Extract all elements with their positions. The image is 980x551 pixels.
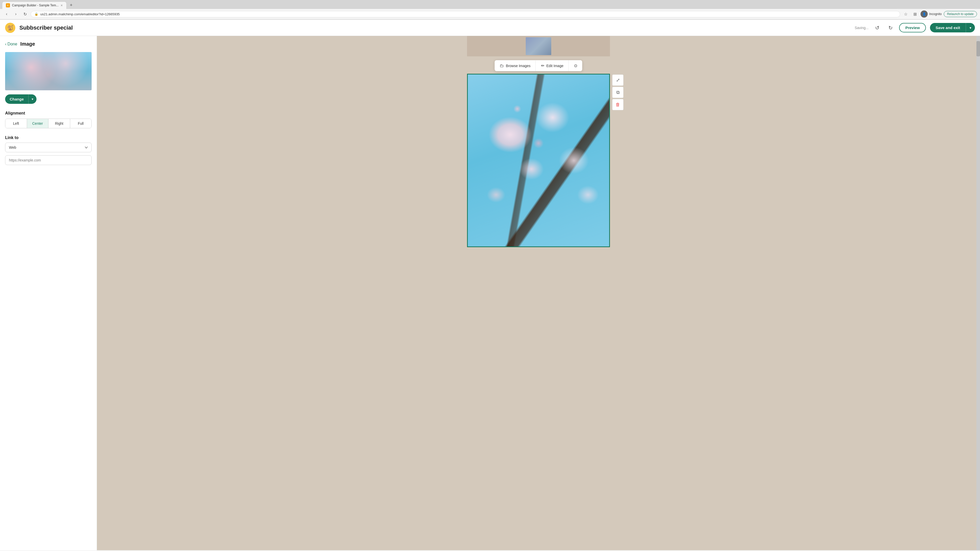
save-exit-dropdown-button[interactable]: ▾ xyxy=(966,23,975,32)
cherry-blossom-image xyxy=(468,75,609,246)
image-toolbar: 🗀 Browse Images ✏ Edit Image ⊙ xyxy=(495,60,582,71)
url-text: us21.admin.mailchimp.com/email/editor?id… xyxy=(40,12,120,16)
url-input[interactable] xyxy=(5,156,92,165)
change-button-group: Change ▾ xyxy=(5,94,92,104)
right-toolbar: ⤢ ⧉ 🗑 xyxy=(612,75,624,110)
change-button[interactable]: Change xyxy=(5,94,28,104)
align-center-button[interactable]: Center xyxy=(27,119,49,128)
image-preview-container xyxy=(5,52,92,90)
save-exit-group: Save and exit ▾ xyxy=(930,23,975,32)
browser-nav-right: ☆ ⊞ 👤 Incognito Relaunch to update xyxy=(902,11,977,17)
preview-button[interactable]: Preview xyxy=(899,23,926,32)
align-left-button[interactable]: Left xyxy=(5,119,27,128)
canvas-top-thumbnail xyxy=(526,37,551,55)
sidebar: ‹ Done Image Change ▾ Alignment Left Cen… xyxy=(0,36,97,550)
main-layout: ‹ Done Image Change ▾ Alignment Left Cen… xyxy=(0,36,980,550)
done-link[interactable]: ‹ Done xyxy=(5,42,18,46)
redo-button[interactable]: ↻ xyxy=(886,23,895,32)
browse-images-button[interactable]: 🗀 Browse Images xyxy=(495,60,536,71)
crop-icon: ⊙ xyxy=(574,63,577,68)
align-right-button[interactable]: Right xyxy=(48,119,70,128)
main-image-container[interactable]: ⤢ ⧉ 🗑 xyxy=(467,74,610,247)
saving-status: Saving... xyxy=(855,26,869,30)
canvas-scrollbar[interactable] xyxy=(977,36,980,550)
new-tab-button[interactable]: + xyxy=(68,2,75,9)
tab-title: Campaign Builder - Sample Tem... xyxy=(12,3,59,7)
link-to-label: Link to xyxy=(5,135,92,140)
save-exit-button[interactable]: Save and exit xyxy=(930,23,966,32)
scrollbar-thumb[interactable] xyxy=(977,41,980,56)
incognito-avatar: 👤 xyxy=(921,11,928,17)
bookmark-button[interactable]: ☆ xyxy=(902,11,909,17)
undo-button[interactable]: ↺ xyxy=(873,23,882,32)
forward-button[interactable]: › xyxy=(12,11,19,17)
link-type-select[interactable]: Web xyxy=(5,143,92,152)
canvas-area: 🗀 Browse Images ✏ Edit Image ⊙ ⤢ ⧉ � xyxy=(97,36,980,550)
sidebar-title: Image xyxy=(21,41,35,47)
mailchimp-logo: 🐒 xyxy=(5,23,15,33)
edit-image-label: Edit Image xyxy=(546,64,563,68)
extensions-button[interactable]: ⊞ xyxy=(912,11,918,17)
app-header: 🐒 Subbscriber special Saving... ↺ ↻ Prev… xyxy=(0,20,980,36)
done-label: Done xyxy=(7,42,17,46)
page-title: Subbscriber special xyxy=(19,24,73,31)
duplicate-button[interactable]: ⧉ xyxy=(612,87,624,98)
delete-button[interactable]: 🗑 xyxy=(612,99,624,110)
browser-tabs: C Campaign Builder - Sample Tem... × + xyxy=(0,0,980,9)
browse-images-label: Browse Images xyxy=(506,64,530,68)
canvas-top-image xyxy=(467,36,610,56)
done-chevron-icon: ‹ xyxy=(5,42,6,46)
crop-button[interactable]: ⊙ xyxy=(569,60,582,71)
edit-image-icon: ✏ xyxy=(541,63,544,68)
relaunch-button[interactable]: Relaunch to update xyxy=(944,11,977,17)
image-preview-thumbnail xyxy=(5,52,92,90)
move-button[interactable]: ⤢ xyxy=(612,75,624,86)
browser-chrome: C Campaign Builder - Sample Tem... × + ‹… xyxy=(0,0,980,20)
flowers-layer xyxy=(468,75,609,246)
change-dropdown-button[interactable]: ▾ xyxy=(28,94,37,104)
align-full-button[interactable]: Full xyxy=(70,119,92,128)
tab-close-button[interactable]: × xyxy=(61,3,63,7)
address-bar[interactable]: 🔒 us21.admin.mailchimp.com/email/editor?… xyxy=(30,11,900,17)
alignment-group: Left Center Right Full xyxy=(5,119,92,128)
incognito-badge: 👤 Incognito xyxy=(921,11,942,17)
edit-image-button[interactable]: ✏ Edit Image xyxy=(536,60,569,71)
alignment-label: Alignment xyxy=(5,111,92,116)
active-tab[interactable]: C Campaign Builder - Sample Tem... × xyxy=(2,2,67,9)
reload-button[interactable]: ↻ xyxy=(21,11,29,17)
browse-images-icon: 🗀 xyxy=(500,64,504,68)
header-actions: Saving... ↺ ↻ Preview Save and exit ▾ xyxy=(855,23,975,32)
incognito-label: Incognito xyxy=(929,12,942,16)
back-button[interactable]: ‹ xyxy=(3,11,10,17)
browser-nav: ‹ › ↻ 🔒 us21.admin.mailchimp.com/email/e… xyxy=(0,9,980,19)
tab-favicon: C xyxy=(6,3,10,7)
lock-icon: 🔒 xyxy=(35,12,38,16)
sidebar-header: ‹ Done Image xyxy=(5,41,92,47)
